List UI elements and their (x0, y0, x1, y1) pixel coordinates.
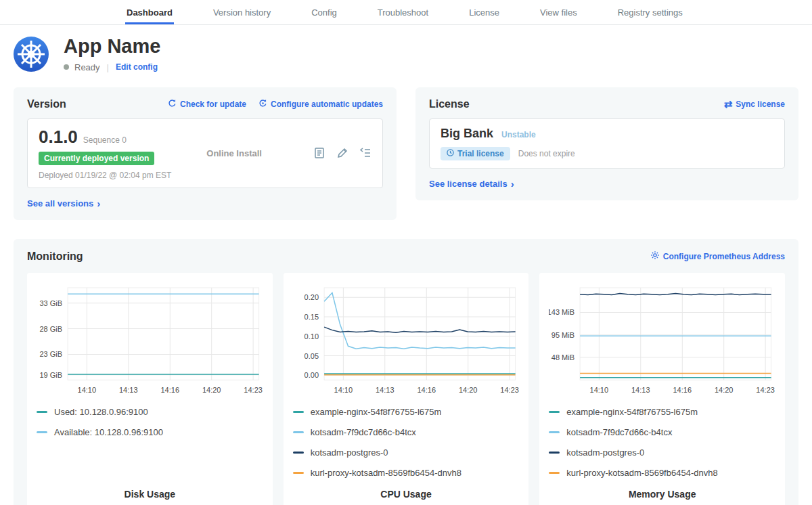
kubernetes-app-icon (14, 37, 49, 72)
app-status-row: Ready | Edit config (64, 62, 160, 72)
license-name: Big Bank (441, 127, 493, 141)
tab-license[interactable]: License (468, 0, 501, 24)
tab-view-files[interactable]: View files (539, 0, 579, 24)
svg-text:14:16: 14:16 (161, 386, 180, 394)
legend-item: kotsadm-7f9dc7d66c-b4tcx (549, 427, 775, 437)
legend-label: kurl-proxy-kotsadm-8569fb6454-dnvh8 (311, 468, 461, 478)
sync-icon: ⇄ (724, 99, 733, 109)
svg-text:14:20: 14:20 (715, 386, 734, 394)
deployed-date: Deployed 01/19/22 @ 02:04 pm EST (39, 171, 171, 180)
monitoring-title: Monitoring (27, 250, 83, 263)
legend-label: kotsadm-postgres-0 (566, 447, 644, 458)
svg-text:14:10: 14:10 (78, 386, 97, 394)
legend-color-dash (293, 411, 304, 413)
version-sequence: Sequence 0 (83, 135, 127, 145)
sync-license-link[interactable]: ⇄ Sync license (724, 99, 785, 109)
version-number: 0.1.0 (39, 127, 78, 148)
version-info: 0.1.0 Sequence 0 Currently deployed vers… (39, 127, 171, 180)
see-license-details-row: See license details › (429, 177, 785, 190)
clock-icon (447, 149, 454, 158)
legend-item: example-nginx-54f8f76755-l675m (549, 407, 775, 417)
legend-label: kotsadm-7f9dc7d66c-b4tcx (566, 427, 672, 437)
svg-text:95 MiB: 95 MiB (551, 331, 574, 339)
disk-usage-title: Disk Usage (37, 478, 263, 500)
legend-item: kotsadm-7f9dc7d66c-b4tcx (293, 427, 520, 437)
legend-color-dash (293, 472, 304, 474)
tab-dashboard[interactable]: Dashboard (125, 0, 174, 24)
legend-item: kotsadm-postgres-0 (549, 447, 775, 458)
legend-label: example-nginx-54f8f76755-l675m (566, 407, 698, 417)
svg-text:14:23: 14:23 (757, 386, 775, 394)
deployed-badge: Currently deployed version (39, 152, 154, 165)
memory-usage-title: Memory Usage (549, 478, 775, 500)
tab-registry-settings[interactable]: Registry settings (616, 0, 684, 24)
configure-prometheus-link[interactable]: Configure Prometheus Address (650, 250, 785, 262)
legend-item: Used: 10.128.0.96:9100 (37, 407, 263, 417)
version-actions (313, 147, 371, 159)
legend-color-dash (549, 452, 560, 454)
chevron-right-icon: › (511, 179, 514, 189)
svg-text:143 MiB: 143 MiB (549, 308, 574, 316)
edit-version-config-icon[interactable] (336, 147, 348, 159)
svg-text:0.05: 0.05 (304, 352, 318, 360)
svg-text:14:10: 14:10 (590, 386, 609, 394)
version-card-title: Version (27, 98, 66, 110)
tab-config[interactable]: Config (310, 0, 338, 24)
status-text: Ready (74, 62, 100, 72)
svg-text:14:10: 14:10 (334, 386, 353, 394)
legend-label: kotsadm-7f9dc7d66c-b4tcx (311, 427, 416, 437)
cpu-usage-legend: example-nginx-54f8f76755-l675mkotsadm-7f… (293, 407, 520, 478)
see-license-details-link[interactable]: See license details › (429, 179, 514, 189)
memory-usage-legend: example-nginx-54f8f76755-l675mkotsadm-7f… (549, 407, 775, 478)
view-diff-icon[interactable] (359, 147, 371, 159)
svg-text:14:13: 14:13 (631, 386, 650, 394)
license-meta-row: Trial license Does not expire (441, 147, 773, 160)
legend-label: Available: 10.128.0.96:9100 (54, 427, 163, 437)
install-type-label: Online Install (206, 148, 262, 158)
svg-text:0.15: 0.15 (304, 313, 318, 321)
tab-troubleshoot[interactable]: Troubleshoot (376, 0, 430, 24)
license-card-header: License ⇄ Sync license (429, 98, 785, 110)
license-box: Big Bank Unstable Trial license Does not… (429, 118, 785, 169)
release-notes-icon[interactable] (313, 147, 325, 159)
svg-text:28 GiB: 28 GiB (39, 324, 62, 332)
main-content: App Name Ready | Edit config Version Ch (0, 36, 812, 505)
top-nav: Dashboard Version history Config Trouble… (0, 0, 812, 25)
app-title-block: App Name Ready | Edit config (64, 36, 160, 72)
svg-text:14:20: 14:20 (202, 386, 221, 394)
legend-label: Used: 10.128.0.96:9100 (54, 407, 148, 417)
svg-text:23 GiB: 23 GiB (39, 350, 62, 358)
svg-text:14:13: 14:13 (376, 386, 394, 394)
tab-version-history[interactable]: Version history (212, 0, 272, 24)
legend-label: kotsadm-postgres-0 (311, 447, 388, 458)
configure-automatic-updates-link[interactable]: Configure automatic updates (258, 99, 383, 110)
legend-item: kotsadm-postgres-0 (293, 447, 520, 458)
chevron-right-icon: › (97, 198, 100, 208)
legend-color-dash (293, 431, 304, 433)
legend-color-dash (37, 431, 47, 433)
version-card: Version Check for update Configure autom… (14, 87, 397, 220)
legend-item: Available: 10.128.0.96:9100 (37, 427, 263, 437)
legend-color-dash (549, 411, 560, 413)
legend-label: example-nginx-54f8f76755-l675m (311, 407, 442, 417)
svg-text:48 MiB: 48 MiB (551, 353, 574, 361)
cpu-usage-card: 0.200.150.100.050.0014:1014:1314:1614:20… (284, 273, 529, 505)
svg-text:14:23: 14:23 (244, 386, 263, 394)
app-header: App Name Ready | Edit config (14, 36, 798, 72)
divider: | (107, 62, 109, 72)
version-card-links: Check for update Configure automatic upd… (168, 99, 383, 110)
disk-usage-card: 33 GiB28 GiB23 GiB19 GiB14:1014:1314:161… (27, 273, 273, 505)
legend-item: kurl-proxy-kotsadm-8569fb6454-dnvh8 (549, 468, 775, 478)
license-card: License ⇄ Sync license Big Bank Unstable (415, 87, 798, 200)
license-card-title: License (429, 98, 470, 110)
svg-text:14:13: 14:13 (119, 386, 138, 394)
app-name: App Name (64, 36, 160, 58)
svg-text:14:16: 14:16 (673, 386, 692, 394)
see-all-versions-link[interactable]: See all versions › (27, 198, 100, 208)
current-version-box: 0.1.0 Sequence 0 Currently deployed vers… (27, 118, 383, 188)
legend-color-dash (549, 431, 560, 433)
check-for-update-link[interactable]: Check for update (168, 99, 246, 110)
see-all-versions-row: See all versions › (27, 197, 383, 209)
edit-config-link[interactable]: Edit config (116, 62, 158, 72)
cpu-usage-chart: 0.200.150.100.050.0014:1014:1314:1614:20… (293, 282, 520, 397)
